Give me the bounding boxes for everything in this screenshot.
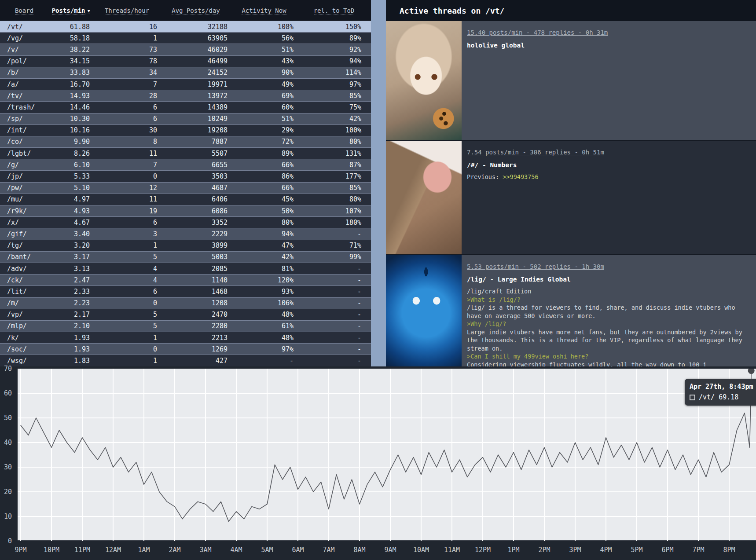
table-row-sp[interactable]: /sp/10.3061024951%42% [0, 113, 371, 124]
cell-board[interactable]: /ck/ [0, 276, 48, 284]
thread-thumbnail-girl2[interactable] [386, 141, 462, 254]
cell-board[interactable]: /int/ [0, 126, 48, 134]
cell-board[interactable]: /gif/ [0, 230, 48, 238]
table-row-lit[interactable]: /lit/2.336146893%- [0, 285, 371, 297]
col-header-tph[interactable]: Threads/hour [93, 7, 161, 14]
table-row-int[interactable]: /int/10.16301920829%100% [0, 124, 371, 136]
table-row-m[interactable]: /m/2.2301208106%- [0, 297, 371, 309]
cell-board[interactable]: /pol/ [0, 57, 48, 65]
x-tick-6PM: 6PM [661, 546, 673, 554]
cell-tph: 30 [93, 126, 161, 134]
table-row-vt[interactable]: /vt/61.881632188108%150% [0, 21, 371, 32]
col-header-act[interactable]: Activity Now [231, 7, 297, 14]
table-row-soc[interactable]: /soc/1.930126997%- [0, 343, 371, 355]
table-scrollbar[interactable] [371, 0, 386, 366]
cell-board[interactable]: /mu/ [0, 195, 48, 203]
table-row-lgbt[interactable]: /lgbt/8.2611550789%131% [0, 147, 371, 159]
cell-tph: 4 [93, 265, 161, 273]
greentext: >Why /lig/? [467, 320, 506, 327]
col-header-board[interactable]: Board [0, 7, 48, 14]
quote-link[interactable]: >>99493756 [503, 173, 538, 180]
cell-board[interactable]: /jp/ [0, 172, 48, 180]
cell-tph: 6 [93, 219, 161, 227]
cell-board[interactable]: /r9k/ [0, 207, 48, 215]
table-row-wsg[interactable]: /wsg/1.831427-- [0, 355, 371, 366]
table-row-ck[interactable]: /ck/2.4741140120%- [0, 274, 371, 285]
table-row-gif[interactable]: /gif/3.403222994%- [0, 228, 371, 239]
cell-board[interactable]: /m/ [0, 299, 48, 307]
cell-ppm: 3.17 [48, 253, 93, 261]
table-row-a[interactable]: /a/16.7071997149%97% [0, 78, 371, 90]
cell-board[interactable]: /adv/ [0, 265, 48, 273]
table-row-tv[interactable]: /tv/14.93281397269%85% [0, 90, 371, 101]
cell-board[interactable]: /bant/ [0, 253, 48, 261]
cell-board[interactable]: /vp/ [0, 311, 48, 318]
cell-board[interactable]: /b/ [0, 69, 48, 77]
table-row-b[interactable]: /b/33.83342415290%114% [0, 67, 371, 78]
table-row-pol[interactable]: /pol/34.15784649943%94% [0, 55, 371, 67]
table-row-v[interactable]: /v/38.22734602951%92% [0, 44, 371, 55]
cell-board[interactable]: /lgbt/ [0, 150, 48, 157]
table-row-vp[interactable]: /vp/2.175247048%- [0, 309, 371, 320]
cell-act: 45% [231, 195, 297, 203]
thread-content: 7.54 posts/min - 386 replies - 0h 51m/#/… [462, 141, 609, 254]
table-row-x[interactable]: /x/4.676335280%180% [0, 216, 371, 228]
y-tick-40: 40 [0, 439, 15, 447]
thread-thumbnail-cookie[interactable] [386, 21, 462, 140]
x-tick-7PM: 7PM [692, 546, 704, 554]
cell-tph: 16 [93, 23, 161, 31]
cell-act: 60% [231, 103, 297, 111]
cell-board[interactable]: /co/ [0, 138, 48, 146]
y-tick-30: 30 [0, 463, 15, 471]
cell-board[interactable]: /pw/ [0, 184, 48, 192]
thread-stats-link[interactable]: 7.54 posts/min - 386 replies - 0h 51m [467, 149, 604, 156]
cell-apd: 5003 [161, 253, 231, 261]
col-header-rel[interactable]: rel. to ToD [297, 7, 371, 14]
cell-board[interactable]: /x/ [0, 219, 48, 227]
col-header-apd[interactable]: Avg Posts/day [161, 7, 231, 14]
table-row-vg[interactable]: /vg/58.1816390556%89% [0, 32, 371, 44]
table-row-r9k[interactable]: /r9k/4.9319608650%107% [0, 205, 371, 216]
cell-board[interactable]: /trash/ [0, 103, 48, 111]
cell-board[interactable]: /g/ [0, 161, 48, 169]
cell-tph: 12 [93, 184, 161, 192]
cell-ppm: 3.20 [48, 242, 93, 249]
cell-board[interactable]: /vg/ [0, 34, 48, 42]
cell-act: 106% [231, 299, 297, 307]
table-row-k[interactable]: /k/1.931221348%- [0, 332, 371, 343]
table-row-g[interactable]: /g/6.107665566%87% [0, 159, 371, 170]
table-row-jp[interactable]: /jp/5.330350386%177% [0, 170, 371, 182]
cell-act: 42% [231, 253, 297, 261]
table-row-bant[interactable]: /bant/3.175500342%99% [0, 251, 371, 263]
cell-board[interactable]: /wsg/ [0, 357, 48, 365]
thread-stats-link[interactable]: 5.53 posts/min - 502 replies - 1h 30m [467, 263, 604, 270]
table-row-pw[interactable]: /pw/5.1012468766%85% [0, 182, 371, 194]
cell-board[interactable]: /sp/ [0, 115, 48, 123]
cell-rel: 89% [297, 34, 371, 42]
cell-board[interactable]: /mlp/ [0, 322, 48, 330]
table-row-tg[interactable]: /tg/3.201389947%71% [0, 240, 371, 251]
plot-area[interactable] [18, 369, 756, 541]
table-row-mu[interactable]: /mu/4.9711640645%80% [0, 194, 371, 205]
thread-stats-link[interactable]: 15.40 posts/min - 478 replies - 0h 31m [467, 29, 608, 36]
cell-board[interactable]: /lit/ [0, 288, 48, 296]
cell-board[interactable]: /k/ [0, 334, 48, 342]
cell-rel: - [297, 230, 371, 238]
cell-board[interactable]: /tv/ [0, 92, 48, 100]
cell-act: 108% [231, 23, 297, 31]
cell-board[interactable]: /vt/ [0, 23, 48, 31]
cell-ppm: 10.30 [48, 115, 93, 123]
table-row-trash[interactable]: /trash/14.4661438960%75% [0, 101, 371, 113]
col-header-ppm[interactable]: Posts/min ▼ [48, 7, 93, 14]
cell-board[interactable]: /tg/ [0, 242, 48, 249]
table-row-co[interactable]: /co/9.908788772%80% [0, 136, 371, 147]
table-row-mlp[interactable]: /mlp/2.105228061%- [0, 320, 371, 332]
thread-thumbnail-blue[interactable] [386, 255, 462, 366]
cell-ppm: 1.93 [48, 334, 93, 342]
cell-board[interactable]: /soc/ [0, 345, 48, 353]
x-tick-5PM: 5PM [631, 546, 642, 554]
cell-board[interactable]: /v/ [0, 46, 48, 54]
table-row-adv[interactable]: /adv/3.134208581%- [0, 263, 371, 274]
cell-board[interactable]: /a/ [0, 81, 48, 88]
x-tick-2AM: 2AM [169, 546, 180, 554]
